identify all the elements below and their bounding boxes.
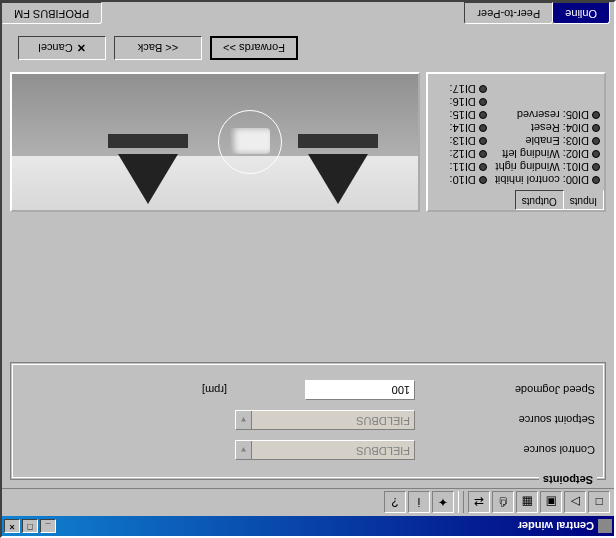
di-label: DI13: [450, 135, 476, 147]
chevron-down-icon[interactable]: ▼ [236, 411, 252, 429]
speed-jog-unit: [rpm] [202, 384, 227, 396]
di-item: DI12: [450, 148, 487, 160]
setpoint-source-value: FIELDBUS [252, 411, 414, 429]
save-icon[interactable]: ▣ [540, 492, 562, 514]
di-item: DI10: [450, 174, 487, 186]
setpoints-title: Setpoints [539, 474, 597, 486]
control-source-select[interactable]: FIELDBUS ▼ [235, 440, 415, 460]
setpoint-source-label: Setpoint source [415, 414, 595, 426]
led-icon [479, 176, 487, 184]
di-label: DI05: reserved [517, 109, 589, 121]
forwards-button[interactable]: Forwards >> [210, 36, 298, 60]
io-panel: Inputs Outputs DI00: control inhibitDI01… [426, 72, 606, 212]
setpoint-source-row: Setpoint source FIELDBUS ▼ [21, 407, 595, 433]
di-item: DI14: [450, 122, 487, 134]
led-icon [592, 163, 600, 171]
preview-image [10, 72, 420, 212]
di-label: DI04: Reset [531, 122, 589, 134]
setpoints-group: Setpoints Control source FIELDBUS ▼ Setp… [10, 362, 606, 480]
led-icon [479, 85, 487, 93]
di-item: DI13: [450, 135, 487, 147]
led-icon [479, 163, 487, 171]
led-icon [592, 137, 600, 145]
back-label: << Back [138, 42, 178, 54]
di-item: DI00: control inhibit [495, 174, 600, 186]
print-icon[interactable]: ⎙ [492, 492, 514, 514]
led-icon [592, 124, 600, 132]
info-icon[interactable]: i [408, 492, 430, 514]
winder-left-graphic [298, 134, 378, 204]
bottom-tabs: Online Peer-to-Peer PROFIBUS FM [2, 2, 614, 24]
di-item: DI17: [450, 83, 487, 95]
tab-profibus[interactable]: PROFIBUS FM [1, 2, 102, 24]
chevron-down-icon[interactable]: ▼ [236, 441, 252, 459]
io-subtabs: Inputs Outputs [428, 190, 604, 210]
led-icon [479, 137, 487, 145]
setpoint-source-select[interactable]: FIELDBUS ▼ [235, 410, 415, 430]
help-icon[interactable]: ? [384, 492, 406, 514]
tab-inputs[interactable]: Inputs [563, 190, 604, 210]
cancel-label: Cancel [38, 42, 72, 54]
di-item: DI15: [450, 109, 487, 121]
open-icon[interactable]: ▷ [564, 492, 586, 514]
control-source-row: Control source FIELDBUS ▼ [21, 437, 595, 463]
di-label: DI15: [450, 109, 476, 121]
di-item: DI04: Reset [495, 122, 600, 134]
di-item: DI05: reserved [495, 109, 600, 121]
control-source-label: Control source [415, 444, 595, 456]
cancel-x-icon: ✕ [77, 42, 86, 55]
control-source-value: FIELDBUS [252, 441, 414, 459]
di-item: DI16: [450, 96, 487, 108]
led-icon [479, 111, 487, 119]
di-label: DI17: [450, 83, 476, 95]
led-icon [479, 150, 487, 158]
toolbar-separator [458, 492, 464, 514]
minimize-button[interactable]: _ [40, 519, 56, 533]
window-title: Central winder [518, 520, 594, 532]
di-label: DI00: control inhibit [495, 174, 589, 186]
speed-jog-row: Speed Jogmode [rpm] [21, 377, 595, 403]
wizard-icon[interactable]: ✦ [432, 492, 454, 514]
transfer-icon[interactable]: ⇄ [468, 492, 490, 514]
led-icon [592, 111, 600, 119]
tab-peer-to-peer[interactable]: Peer-to-Peer [464, 2, 553, 24]
di-item: DI02: Winding left [495, 148, 600, 160]
led-icon [479, 98, 487, 106]
di-item: DI01: Winding right [495, 161, 600, 173]
tab-online[interactable]: Online [552, 2, 610, 24]
saveall-icon[interactable]: ▦ [516, 492, 538, 514]
forwards-label: Forwards >> [223, 42, 285, 54]
di-label: DI10: [450, 174, 476, 186]
di-label: DI03: Enable [525, 135, 589, 147]
di-label: DI12: [450, 148, 476, 160]
speed-jog-input[interactable] [305, 380, 415, 400]
back-button[interactable]: << Back [114, 36, 202, 60]
speed-jog-label: Speed Jogmode [415, 384, 595, 396]
di-item: DI03: Enable [495, 135, 600, 147]
di-label: DI14: [450, 122, 476, 134]
titlebar: Central winder _ □ × [2, 516, 614, 536]
app-icon [598, 519, 612, 533]
app-window: Central winder _ □ × □ ▷ ▣ ▦ ⎙ ⇄ ✦ i ? S… [0, 0, 616, 538]
di-item: DI11: [450, 161, 487, 173]
maximize-button[interactable]: □ [22, 519, 38, 533]
mid-spacer [10, 220, 606, 354]
lower-panel: Inputs Outputs DI00: control inhibitDI01… [10, 72, 606, 212]
led-icon [592, 176, 600, 184]
new-icon[interactable]: □ [588, 492, 610, 514]
content-area: Setpoints Control source FIELDBUS ▼ Setp… [2, 24, 614, 488]
led-icon [592, 150, 600, 158]
di-label: DI16: [450, 96, 476, 108]
led-icon [479, 124, 487, 132]
winder-right-graphic [108, 134, 188, 204]
nav-button-row: Forwards >> << Back ✕ Cancel [10, 32, 606, 64]
close-button[interactable]: × [4, 519, 20, 533]
di-list: DI00: control inhibitDI01: Winding right… [428, 74, 604, 190]
toolbar: □ ▷ ▣ ▦ ⎙ ⇄ ✦ i ? [2, 488, 614, 516]
tab-outputs[interactable]: Outputs [515, 190, 564, 210]
highlight-circle [218, 110, 282, 174]
di-label: DI02: Winding left [502, 148, 589, 160]
di-label: DI01: Winding right [495, 161, 589, 173]
di-label: DI11: [450, 161, 476, 173]
cancel-button[interactable]: ✕ Cancel [18, 36, 106, 60]
